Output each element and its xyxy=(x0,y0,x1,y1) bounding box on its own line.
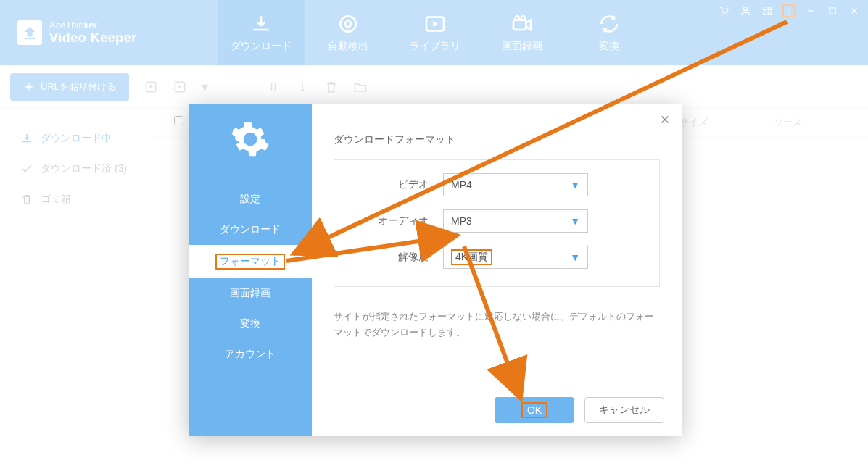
resolution-select[interactable]: 4K画質 ▼ xyxy=(443,246,588,269)
video-label: ビデオ xyxy=(349,178,429,191)
settings-dialog: 設定 ダウンロード フォーマット 画面録画 変換 アカウント ダウンロードフォー… xyxy=(189,104,682,436)
audio-label: オーディオ xyxy=(349,214,429,228)
field-audio: オーディオ MP3 ▼ xyxy=(349,209,645,233)
resolution-value: 4K画質 xyxy=(451,249,492,265)
cancel-button[interactable]: キャンセル xyxy=(584,397,664,423)
dlg-nav-settings[interactable]: 設定 xyxy=(189,184,312,214)
resolution-label: 解像度 xyxy=(349,251,429,264)
field-video: ビデオ MP4 ▼ xyxy=(349,173,645,196)
chevron-down-icon: ▼ xyxy=(570,179,580,191)
dialog-sidebar: 設定 ダウンロード フォーマット 画面録画 変換 アカウント xyxy=(189,104,312,436)
chevron-down-icon: ▼ xyxy=(570,251,580,263)
dlg-nav-convert[interactable]: 変換 xyxy=(189,309,312,339)
dlg-nav-account[interactable]: アカウント xyxy=(189,339,312,370)
dialog-nav: 設定 ダウンロード フォーマット 画面録画 変換 アカウント xyxy=(189,184,312,370)
ok-button[interactable]: OK xyxy=(495,397,574,423)
gear-icon xyxy=(230,119,270,162)
section-title: ダウンロードフォーマット xyxy=(334,133,660,146)
dlg-nav-format[interactable]: フォーマット xyxy=(189,245,312,278)
video-select[interactable]: MP4 ▼ xyxy=(443,173,588,196)
audio-value: MP3 xyxy=(451,215,472,227)
format-note: サイトが指定されたフォーマットに対応しない場合に、デフォルトのフォーマットでダウ… xyxy=(334,309,660,341)
dlg-nav-record[interactable]: 画面録画 xyxy=(189,278,312,309)
dialog-buttons: OK キャンセル xyxy=(495,397,664,423)
video-value: MP4 xyxy=(451,179,472,191)
audio-select[interactable]: MP3 ▼ xyxy=(443,209,588,233)
field-resolution: 解像度 4K画質 ▼ xyxy=(349,246,645,269)
dlg-nav-download[interactable]: ダウンロード xyxy=(189,214,312,245)
chevron-down-icon: ▼ xyxy=(570,215,580,227)
dialog-content: ダウンロードフォーマット ビデオ MP4 ▼ オーディオ MP3 ▼ 解像度 4… xyxy=(312,104,682,436)
